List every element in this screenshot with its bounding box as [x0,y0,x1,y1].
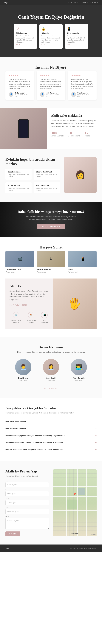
navigation: logo HOME PAGE ABOUT COMPANY [0,0,102,6]
smart-split-left: Akıllı ev Sample click to select the Tex… [6,278,53,329]
email-input[interactable] [6,491,49,496]
form-group-address: Adres [6,507,49,514]
screen-item-title-2: 6.5 MP Kamera [8,184,30,186]
card-more-0[interactable]: DAHA [16,44,20,46]
faq-item-1: How Are Your Services? + Sample answer t… [6,425,96,432]
form-group-email: Email [6,489,49,496]
faq-question-4[interactable]: Nunc sit amet aliket dolor, feruger iacu… [6,446,96,453]
screen-center-image: 👩 [64,157,96,192]
cta-description: Proin sed libero enim sed faucibus. Cons… [24,216,78,220]
screen-item-title-0: Google Asistan [8,171,30,173]
footer-logo: logo [6,547,8,550]
stat-label-0: MUTLU MÜŞTERİ [51,135,64,137]
author-name-0: Stella Larson [15,92,31,94]
contact-title: Akıllı Ev Projesi Yap [6,469,49,474]
about-title: Akıllı Evler Hakkında [51,114,98,118]
chevron-icon-4: + [95,448,96,451]
feature-item-2: 📲 Akıllı Uygulamalar [40,312,49,323]
team-name-1: Mary Smith [39,377,63,379]
screen-center-section: Evinizin hepsi bir arada ekran merkezi G… [0,149,102,202]
stat-number-0: 300+ [51,131,64,135]
card-more-1[interactable]: DAHA [42,44,46,46]
screen-center-title: Evinizin hepsi bir arada ekran merkezi [6,157,60,166]
phone-mockup [18,119,29,138]
map-city-label: New York [72,532,78,534]
manage-title: Herşeyi Yönet [6,245,96,250]
screen-item-2: 6.5 MP Kamera Sample text. Click to sele… [6,182,32,194]
nav-home[interactable]: HOME PAGE [68,2,79,4]
submit-button[interactable]: Gönder [6,532,20,536]
smart-split: Akıllı ev Sample click to select the Tex… [6,278,96,329]
map-block-park [67,500,76,509]
contact-map-col: 📍 New York © Map [53,469,96,536]
team-avatar-1: 👩‍💼 [43,359,59,375]
faq-question-1[interactable]: How Are Your Services? + [6,425,96,432]
team-avatar-inner-1: 👩‍💼 [43,359,59,375]
card-icon-1: 🔒 [42,27,61,31]
faq-question-3[interactable]: What education and/or training do you ha… [6,439,96,446]
card-icon-2: 📱 [67,27,86,31]
author-info-0: Stella Larson PAZARTESI, OCAK 2024 [15,92,31,97]
team-grid: 👨‍💼 Bob Brown Lorem Edilin 👩‍💼 Mary Smit… [6,359,96,382]
faq-question-0[interactable]: How much does it cost? + [6,418,96,425]
map-road-h-2 [53,510,96,511]
contact-desc: Sample text. Click to select the Text El… [6,475,49,477]
team-name-0: Bob Brown [11,377,36,379]
smart-image: 🖐 [53,278,96,329]
smart-description: Sample click to select the Text Element.… [10,290,49,301]
author-date-2: PAZARTESI, MART 2024 [77,94,93,97]
team-section: Bizim Ekibimiz Etkin ve minimum düzeyde … [0,337,102,398]
contact-form-col: Akıllı Ev Projesi Yap Sample text. Click… [6,469,49,536]
screen-item-0: Google Asistan Sample text. Click to sel… [6,169,32,180]
message-textarea[interactable] [6,518,49,529]
card-icon-0: 🛡 [16,27,35,31]
screen-item-1: Chrome Cast Dahili Sample text. Click to… [34,169,60,180]
cta-button[interactable]: ÜCRETSİZ ZAMANINI AL [37,224,65,229]
feature-label-0: Kablosuz Olarak Bağlayın [10,320,22,323]
screen-item-desc-2: Sample text. Click to select the Text El… [8,187,30,191]
about-section: Akıllı Evler Hakkında Proin sed libero e… [0,108,102,149]
team-card-0: 👨‍💼 Bob Brown Lorem Edilin [11,359,36,382]
footer-copyright: © 2024 Smart Home. All rights reserved. [70,548,96,549]
author-date-0: PAZARTESI, OCAK 2024 [15,94,31,97]
testimonial-text-0: Proin sed libero enim sed faucibus torto… [9,78,31,90]
team-subtitle: Etkin ve minimum düzeyde çalışıyoruz, he… [17,351,85,354]
nav-links: HOME PAGE ABOUT COMPANY [68,2,98,4]
manage-card-img-2: 📲 [68,251,96,267]
faq-question-2[interactable]: What types of equipment's do you have th… [6,432,96,439]
stat-label-2: PROJE [85,135,90,137]
avatar-1: 👤 [40,92,44,97]
team-name-2: Nick Karalök [66,377,91,379]
email-label: Email [6,489,49,491]
hero-card-2: 📱 Giriş kontrolu Duis aute irure dolor i… [65,24,88,49]
card-desc-0: Duis aute irure dolor in reprehenderit i… [16,35,35,43]
feature-icon-1: 🏠 [28,312,34,318]
nav-about[interactable]: ABOUT COMPANY [82,2,98,4]
smart-more-link[interactable]: DAHA FAZLA GÖSTER [10,304,28,306]
address-input[interactable] [6,509,49,514]
phone-input[interactable] [6,500,49,505]
testimonial-text-2: Proin sed libero enim sed faucibus torto… [71,78,93,90]
team-all-link[interactable]: Tüm görüntüle → [42,388,60,390]
screen-item-title-1: Chrome Cast Dahili [36,171,58,173]
cta-content: Daha akıllı bir ev inşa etmeye hazır mıs… [6,210,96,229]
manage-card-2: 📲 Takla Açıklama metni [68,251,96,273]
stars-0: ★★★★★ [9,74,31,77]
stars-1: ★★★★★ [40,74,62,77]
name-input[interactable] [6,482,49,487]
feature-icon-0: 📡 [13,312,19,318]
author-name-2: Olga Ivanova [77,92,93,94]
map-road-v-2 [77,469,78,536]
phone-screen [19,120,28,138]
screen-item-desc-1: Sample text. Click to select the Text El… [36,174,58,178]
screen-item-title-3: 10 inç HD Ekran [36,184,58,186]
contact-inner: Akıllı Ev Projesi Yap Sample text. Click… [6,469,96,536]
about-image-inner [0,108,47,149]
faq-list: How much does it cost? + Sample answer t… [6,418,96,453]
about-image [0,108,47,149]
card-more-2[interactable]: DAHA [67,44,72,46]
about-content: Akıllı Evler Hakkında Proin sed libero e… [47,108,102,149]
manage-card-title-1: Sıcaklık kontrolü [37,268,65,270]
stat-number-2: 17 [85,131,90,135]
manage-card-title-0: Dış mekan CCTVı [6,268,34,270]
